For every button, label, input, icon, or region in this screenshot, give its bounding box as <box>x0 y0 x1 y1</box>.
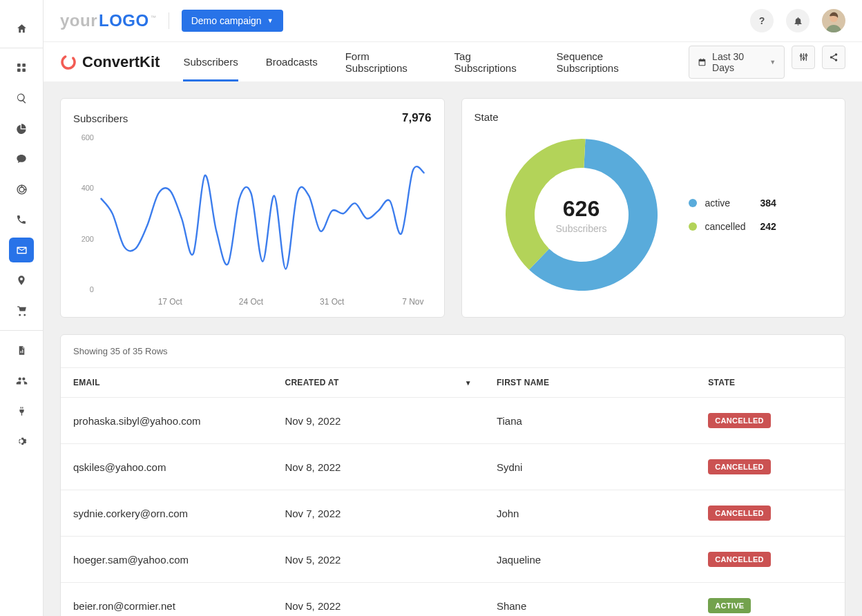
date-range-dropdown[interactable]: Last 30 Days ▼ <box>689 46 785 79</box>
caret-down-icon: ▼ <box>267 17 274 24</box>
logo-part2: LOGO <box>99 11 149 30</box>
subscribers-card-title: Subscribers <box>73 113 128 124</box>
svg-rect-1 <box>22 64 26 67</box>
dot-icon <box>689 222 697 231</box>
tab-form-subscriptions[interactable]: Form Subscriptions <box>345 42 427 81</box>
mail-icon[interactable] <box>9 238 34 262</box>
state-badge: CANCELLED <box>708 413 771 428</box>
cart-icon[interactable] <box>9 298 34 323</box>
users-icon[interactable] <box>9 368 34 393</box>
legend-item-cancelled: cancelled 242 <box>689 221 776 232</box>
subscribers-table: EMAIL CREATED AT▼ FIRST NAME STATE proha… <box>61 367 845 616</box>
sort-desc-icon: ▼ <box>465 379 472 387</box>
table-row[interactable]: sydnie.corkery@orn.comNov 7, 2022JohnCAN… <box>61 490 845 537</box>
tabs: Subscribers Broadcasts Form Subscription… <box>183 42 658 81</box>
table-row[interactable]: hoeger.sam@yahoo.comNov 5, 2022Jaqueline… <box>61 537 845 583</box>
cell-state: CANCELLED <box>696 490 845 537</box>
file-icon[interactable] <box>9 338 34 363</box>
subscribers-table-card: Showing 35 of 35 Rows EMAIL CREATED AT▼ … <box>60 334 845 616</box>
state-badge: CANCELLED <box>708 552 771 567</box>
notifications-button[interactable] <box>786 9 810 32</box>
subscribers-line-chart: 020040060017 Oct24 Oct31 Oct7 Nov <box>73 131 432 310</box>
col-email[interactable]: EMAIL <box>61 368 272 398</box>
svg-text:17 Oct: 17 Oct <box>158 297 183 307</box>
cell-created: Nov 5, 2022 <box>272 583 483 617</box>
state-card: State 626 Subscribers <box>461 98 846 318</box>
tab-sequence-subscriptions[interactable]: Sequence Subscriptions <box>557 42 659 81</box>
svg-point-5 <box>19 186 23 191</box>
cell-first-name: Tiana <box>484 398 696 444</box>
svg-point-10 <box>803 57 805 59</box>
cell-first-name: Jaqueline <box>484 537 696 583</box>
svg-point-9 <box>800 55 802 57</box>
svg-point-13 <box>830 56 833 59</box>
cell-created: Nov 7, 2022 <box>272 490 483 537</box>
logo-part1: your <box>60 11 97 30</box>
cell-state: CANCELLED <box>696 537 845 583</box>
legend-active-value: 384 <box>760 198 776 209</box>
legend-active-name: active <box>705 198 752 209</box>
table-row[interactable]: beier.ron@cormier.netNov 5, 2022ShaneACT… <box>61 583 845 617</box>
state-badge: ACTIVE <box>708 598 751 613</box>
location-icon[interactable] <box>9 268 34 293</box>
plug-icon[interactable] <box>9 398 34 423</box>
content-area: Subscribers 7,976 020040060017 Oct24 Oct… <box>44 81 862 616</box>
svg-rect-2 <box>17 68 21 72</box>
help-button[interactable]: ? <box>750 9 774 32</box>
svg-point-11 <box>805 55 807 57</box>
col-state[interactable]: STATE <box>696 368 845 398</box>
col-created-at[interactable]: CREATED AT▼ <box>272 368 483 398</box>
svg-point-8 <box>60 54 77 70</box>
convertkit-icon <box>60 54 77 70</box>
legend-cancelled-name: cancelled <box>705 221 752 232</box>
chat-icon[interactable] <box>9 146 34 171</box>
cell-email: hoeger.sam@yahoo.com <box>61 537 272 583</box>
topbar: your LOGO ™ Demo campaign ▼ ? <box>44 0 862 41</box>
campaign-dropdown[interactable]: Demo campaign ▼ <box>182 10 283 32</box>
table-summary: Showing 35 of 35 Rows <box>61 335 845 367</box>
cell-email: qskiles@yahoo.com <box>61 444 272 490</box>
pie-chart-icon[interactable] <box>9 116 34 141</box>
svg-text:400: 400 <box>82 184 94 192</box>
table-row[interactable]: qskiles@yahoo.comNov 8, 2022SydniCANCELL… <box>61 444 845 490</box>
svg-text:0: 0 <box>90 285 94 293</box>
cell-state: ACTIVE <box>696 583 845 617</box>
cell-first-name: Sydni <box>484 444 696 490</box>
col-first-name[interactable]: FIRST NAME <box>484 368 696 398</box>
svg-text:31 Oct: 31 Oct <box>320 297 345 307</box>
tab-broadcasts[interactable]: Broadcasts <box>266 42 318 81</box>
date-range-label: Last 30 Days <box>712 51 764 73</box>
tabbar: ConvertKit Subscribers Broadcasts Form S… <box>44 41 862 81</box>
share-button[interactable] <box>822 46 845 69</box>
legend-cancelled-value: 242 <box>760 221 776 232</box>
cell-created: Nov 8, 2022 <box>272 444 483 490</box>
apps-icon[interactable] <box>9 55 34 80</box>
search-icon[interactable] <box>9 86 34 110</box>
avatar[interactable] <box>822 9 845 32</box>
svg-rect-0 <box>17 64 21 67</box>
brand-name: ConvertKit <box>82 53 160 71</box>
divider <box>169 12 169 29</box>
svg-text:200: 200 <box>82 235 94 243</box>
subscribers-card: Subscribers 7,976 020040060017 Oct24 Oct… <box>60 98 445 318</box>
home-icon[interactable] <box>9 16 34 41</box>
svg-rect-3 <box>22 68 26 72</box>
table-row[interactable]: prohaska.sibyl@yahoo.comNov 9, 2022Tiana… <box>61 398 845 444</box>
cell-state: CANCELLED <box>696 398 845 444</box>
settings-button[interactable] <box>792 46 815 69</box>
integration-brand: ConvertKit <box>60 53 160 71</box>
caret-down-icon: ▼ <box>769 59 776 66</box>
cell-email: prohaska.sibyl@yahoo.com <box>61 398 272 444</box>
campaign-label: Demo campaign <box>191 15 262 26</box>
svg-text:24 Oct: 24 Oct <box>239 297 264 307</box>
svg-text:600: 600 <box>82 133 94 142</box>
phone-icon[interactable] <box>9 207 34 232</box>
left-sidebar <box>0 0 44 616</box>
cell-email: sydnie.corkery@orn.com <box>61 490 272 537</box>
settings-icon[interactable] <box>9 429 34 454</box>
cell-email: beier.ron@cormier.net <box>61 583 272 617</box>
target-icon[interactable] <box>9 177 34 202</box>
tab-subscribers[interactable]: Subscribers <box>183 42 238 81</box>
cell-created: Nov 9, 2022 <box>272 398 483 444</box>
tab-tag-subscriptions[interactable]: Tag Subscriptions <box>454 42 529 81</box>
